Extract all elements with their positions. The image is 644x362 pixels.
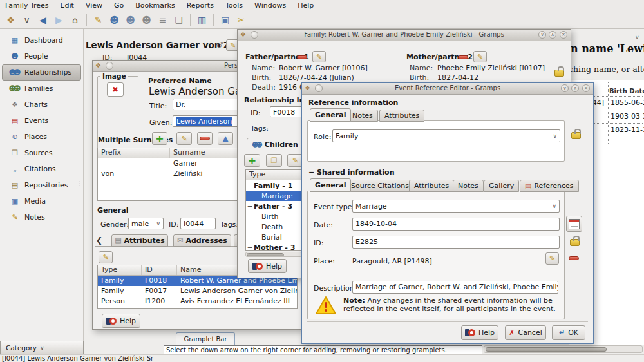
clipboard-button[interactable]: ❏ <box>171 13 187 27</box>
menu-go[interactable]: Go <box>114 1 124 10</box>
tree-hscrollbar-thumb[interactable] <box>247 253 284 256</box>
description-input[interactable]: Marriage of Garner, Robert W. and Zieliń… <box>352 281 558 294</box>
edit-reference-button[interactable]: ✎ <box>99 251 113 263</box>
event-tree-item-family-1[interactable]: −Family - 1 <box>246 180 301 191</box>
window-menu-button[interactable] <box>106 62 113 70</box>
family-trees-button[interactable]: ❖ <box>3 13 19 27</box>
edit-place-button[interactable]: ✎ <box>545 252 559 265</box>
sidebar-item-charts[interactable]: ❖Charts <box>0 97 83 113</box>
forward-button[interactable]: ▶ <box>51 13 67 27</box>
event-id-input[interactable]: E2825 <box>352 236 560 249</box>
event-editor-titlebar[interactable]: ❖ Event Reference Editor - Gramps ∨ ∧ ✕ <box>302 83 593 95</box>
person-group-button[interactable]: ☻ <box>138 13 155 27</box>
collapse-icon[interactable]: − <box>308 168 314 176</box>
maximize-button[interactable]: ∧ <box>549 31 556 39</box>
add-person-button[interactable]: ☻ <box>106 13 122 27</box>
column-header-prefix[interactable]: Prefix <box>98 148 170 158</box>
event-tree-item-marriage[interactable]: Marriage <box>246 191 301 201</box>
event-tree-item-burial[interactable]: Burial <box>246 232 301 242</box>
close-button[interactable]: ✕ <box>582 84 590 92</box>
expander-icon[interactable]: − <box>246 243 254 251</box>
cancel-button[interactable]: ✗ Cancel <box>505 325 546 340</box>
right-panel-hscrollbar-thumb[interactable] <box>486 347 607 352</box>
shade-button[interactable]: ∨ <box>561 84 569 92</box>
event-tree-item-father-3[interactable]: −Father - 3 <box>246 201 301 211</box>
home-button[interactable]: ⌂ <box>67 13 83 27</box>
edit-father-button[interactable]: ✎ <box>312 51 326 62</box>
sidebar-item-relationships[interactable]: ☻☻Relationships <box>2 64 81 81</box>
shared-tab-attributes[interactable]: Attributes <box>409 180 454 192</box>
sidebar-item-citations[interactable]: „Citations <box>0 161 83 177</box>
remove-father-button[interactable] <box>297 55 307 59</box>
move-surname-up-button[interactable]: ▲ <box>218 132 233 145</box>
sidebar-item-people[interactable]: ☻People <box>0 48 83 64</box>
menu-windows[interactable]: Windows <box>254 1 286 10</box>
birth-date-column-header[interactable]: Birth Date <box>609 88 641 95</box>
expander-icon[interactable]: − <box>246 202 254 211</box>
sidebar-item-places[interactable]: ⊕Places <box>0 129 83 145</box>
list-button[interactable]: ≡ <box>155 13 171 27</box>
event-tree-item-birth[interactable]: Birth <box>246 211 301 222</box>
role-lock-icon[interactable] <box>571 132 581 139</box>
table-row[interactable]: FamilyF0017Lewis Anderson Garner von Zie… <box>98 286 297 296</box>
sidebar-item-repositories[interactable]: ▤Repositories <box>0 177 83 193</box>
menu-tools[interactable]: Tools <box>225 1 243 10</box>
shared-tab-general[interactable]: General <box>310 178 351 192</box>
help-button[interactable]: Help <box>461 325 498 340</box>
shared-tab-gallery[interactable]: Gallery <box>484 180 519 192</box>
menu-bookmarks[interactable]: Bookmarks <box>135 1 175 10</box>
remove-mother-button[interactable] <box>458 55 468 59</box>
add-parents-button[interactable]: ☻ <box>122 13 138 27</box>
id-lock-icon[interactable] <box>570 239 580 246</box>
sidebar-splitter-handle[interactable]: ⋮ <box>77 180 82 187</box>
add-event-button[interactable]: + <box>244 154 260 167</box>
tab-children[interactable]: ☻☻ Children <box>247 138 303 151</box>
panel-collapse-icon[interactable]: ∨ <box>635 34 639 41</box>
gramplet-bar-tab[interactable]: Gramplet Bar <box>176 332 235 345</box>
reference-tab-general[interactable]: General <box>310 108 351 122</box>
view-dropdown-button[interactable]: ∨ <box>19 13 35 27</box>
person-help-button[interactable]: Help <box>102 314 140 328</box>
sidebar-item-dashboard[interactable]: ▦Dashboard <box>0 32 83 48</box>
role-combo[interactable]: Family ∨ <box>332 129 560 142</box>
id-input[interactable]: I0044 <box>180 218 216 229</box>
close-button[interactable]: ✕ <box>560 31 567 39</box>
reference-tab-attributes[interactable]: Attributes <box>379 110 424 122</box>
edit-mother-button[interactable]: ✎ <box>473 51 487 62</box>
remove-surname-button[interactable] <box>197 132 213 145</box>
type-column-header[interactable]: Type <box>246 170 301 180</box>
shared-tab-references[interactable]: ▤References <box>520 180 579 192</box>
edit-button[interactable]: ✎ <box>90 13 106 27</box>
shared-tab-notes[interactable]: Notes <box>453 180 484 192</box>
family-events-tree[interactable]: Type −Family - 1Marriage−Father - 3Birth… <box>245 169 302 251</box>
sidebar-item-media[interactable]: ▣Media <box>0 193 83 209</box>
right-panel-hscrollbar[interactable] <box>484 345 643 353</box>
menu-family-trees[interactable]: Family Trees <box>5 1 49 10</box>
category-selector[interactable]: Category ∨ <box>0 341 84 354</box>
privacy-lock-icon[interactable] <box>554 70 564 77</box>
family-editor-titlebar[interactable]: ❖ Family: Robert W. Garner and Phoebe Em… <box>238 30 571 41</box>
maximize-button[interactable]: ∧ <box>571 84 579 92</box>
shared-tab-source-citations[interactable]: Source Citations <box>346 180 414 192</box>
expander-icon[interactable]: − <box>246 182 254 190</box>
table-row[interactable]: PersonI1200Avis Fernandez El Fernández I… <box>98 296 297 307</box>
reports-button[interactable]: ▥ <box>194 13 210 27</box>
gender-combo[interactable]: male ∨ <box>128 218 164 229</box>
sidebar-item-notes[interactable]: ✎Notes <box>0 209 83 225</box>
menu-edit[interactable]: Edit <box>61 1 74 10</box>
add-surname-button[interactable]: + <box>152 132 167 145</box>
event-tree-item-mother-3[interactable]: −Mother - 3 <box>246 242 301 251</box>
event-type-combo[interactable]: Marriage ∨ <box>352 200 560 213</box>
media-button[interactable]: ▣ <box>217 13 233 27</box>
sidebar-item-events[interactable]: ▤Events <box>0 113 83 129</box>
family-help-button[interactable]: Help <box>248 259 287 273</box>
ok-button[interactable]: ↵ OK <box>552 325 585 340</box>
menu-reports[interactable]: Reports <box>187 1 214 10</box>
scissors-button[interactable]: ✂ <box>233 13 249 27</box>
column-header-type[interactable]: Type <box>98 265 142 275</box>
date-calendar-button[interactable] <box>566 216 582 232</box>
reference-tab-notes[interactable]: Notes <box>347 110 378 122</box>
edit-surname-button[interactable]: ✎ <box>176 132 192 145</box>
sidebar-item-families[interactable]: ☻☻Families <box>0 81 83 97</box>
remove-place-button[interactable] <box>569 256 579 260</box>
